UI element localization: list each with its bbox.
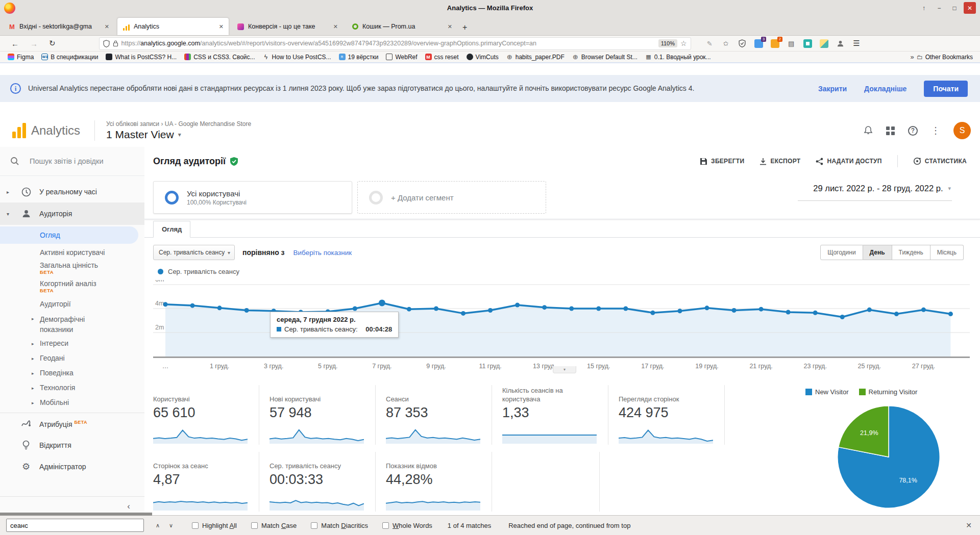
sidebar-item-behavior[interactable]: ▸Поведінка [32,369,144,377]
save-button[interactable]: ЗБЕРЕГТИ [700,158,744,165]
metric-pages-per-session[interactable]: Сторінок за сеанс 4,87 [153,452,259,512]
metric-bounce-rate[interactable]: Показник відмов 44,28% [376,452,492,512]
highlight-all-option[interactable]: Highlight All [192,522,237,529]
sidebar-item-geo[interactable]: ▸Геодані [32,354,144,362]
sidebar-search[interactable] [0,147,144,176]
sidebar-item-audience[interactable]: ▾ Аудиторія [0,202,144,225]
picture-extension-icon[interactable] [820,39,828,48]
account-icon[interactable] [836,39,845,48]
checkbox[interactable] [382,522,389,529]
view-selector[interactable]: 1 Master View▾ [106,129,251,141]
tracking-shield-icon[interactable] [103,40,110,47]
bookmark-habits-paper[interactable]: habits_paper.PDF [506,54,565,61]
sidebar-item-cohort-analysis[interactable]: Когортний аналізБЕТА [40,279,144,293]
card-extension-icon[interactable]: ▤ [787,39,796,48]
tab-close-icon[interactable]: ✕ [333,23,338,30]
minimize-button[interactable]: − [933,2,945,14]
sidebar-item-interests[interactable]: ▸Інтереси [32,339,144,347]
granularity-week[interactable]: Тиждень [892,245,930,260]
sidebar-item-mobile[interactable]: ▸Мобільні [32,398,144,406]
export-button[interactable]: ЕКСПОРТ [760,158,800,165]
segment-all-users[interactable]: Усі користувачі 100,00% Користувачі [153,181,352,214]
ghost-extension-icon[interactable]: 3 [754,39,763,48]
sidebar-item-admin[interactable]: ⚙ Адміністратор [0,456,144,477]
sidebar-item-demographics[interactable]: ▸Демографічні показники [32,314,144,335]
help-icon[interactable]: ? [908,126,918,136]
tab-gmail[interactable]: M Вхідні - sektorlikga@gma ✕ [3,18,114,35]
sidebar-item-technology[interactable]: ▸Технологія [32,384,144,392]
share-button[interactable]: НАДАТИ ДОСТУП [816,158,881,165]
new-tab-button[interactable]: + [462,23,467,35]
granularity-month[interactable]: Місяць [930,245,964,260]
bookmark-vimcuts[interactable]: VimCuts [467,54,499,61]
sidebar-item-realtime[interactable]: ▸ У реальному часі [0,181,144,202]
banner-close-link[interactable]: Закрити [818,85,847,93]
apps-grid-icon[interactable] [886,126,895,135]
sidebar-item-active-users[interactable]: Активні користувачі [40,245,111,260]
bookmark-verstki[interactable]: 19 вёрстки [339,54,379,61]
menu-icon[interactable]: ☰ [852,39,861,48]
insights-button[interactable]: СТАТИСТИКА [913,157,967,165]
metric-users[interactable]: Користувачі 65 610 [153,385,259,445]
chart-collapse-handle[interactable]: ▾ [553,366,576,373]
checkbox[interactable] [311,522,317,529]
close-window-button[interactable]: ✕ [964,2,976,14]
breadcrumb[interactable]: Усі облікові записи › UA - Google Mercha… [106,120,251,128]
tab-close-icon[interactable]: ✕ [105,23,109,30]
tab-conversion[interactable]: Конверсія - що це таке ✕ [232,18,343,35]
match-case-option[interactable]: Match Case [251,522,297,529]
bookmark-webref[interactable]: WebRef [386,54,417,61]
tab-prom[interactable]: Кошик — Prom.ua ✕ [346,18,457,35]
metric-sessions[interactable]: Сеанси 87 353 [376,385,492,445]
metric-pageviews[interactable]: Перегляди сторінок 424 975 [608,385,725,445]
bookmark-intro-lesson[interactable]: 0.1. Вводный урок... [645,54,711,61]
bookmark-howto-postcss[interactable]: How to Use PostCS... [263,54,331,61]
banner-learn-more-link[interactable]: Докладніше [864,85,906,93]
metric-sessions-per-user[interactable]: Кількість сеансів на користувача 1,33 [492,385,608,445]
save-extension-icon[interactable] [803,39,812,48]
bookmark-postcss[interactable]: What is PostCSS? H... [106,54,177,61]
bookmark-star-icon[interactable]: ☆ [680,39,687,47]
bookmark-css-reset[interactable]: css reset [425,54,459,61]
horizontal-scrollbar[interactable] [0,513,152,516]
checkbox[interactable] [251,522,258,529]
tab-close-icon[interactable]: ✕ [448,23,452,30]
bookmark-css[interactable]: CSS и CSS3. Свойс... [184,54,255,61]
url-text[interactable]: https://analytics.google.com/analytics/w… [121,40,655,47]
zoom-level-badge[interactable]: 110% [658,39,677,47]
sidebar-item-attribution[interactable]: Атрибуція БЕТА [0,413,144,435]
metric-avg-session-duration[interactable]: Сер. тривалість сеансу 00:03:33 [259,452,376,512]
granularity-hourly[interactable]: Щогодини [820,245,863,260]
metric-select[interactable]: Сер. тривалість сеансу ▾ [153,245,235,260]
notifications-bell-icon[interactable] [864,125,873,136]
date-range-selector[interactable]: 29 лист. 2022 р. - 28 груд. 2022 р. ▾ [798,184,952,201]
sidebar-item-lifetime-value[interactable]: Загальна цінністьБЕТА [40,261,144,275]
keep-on-top-icon[interactable]: ↑ [918,2,930,14]
search-input[interactable] [30,157,124,165]
account-avatar[interactable]: S [953,122,971,139]
find-input[interactable] [6,519,144,532]
match-diacritics-option[interactable]: Match Diacritics [311,522,368,529]
forward-button[interactable]: → [30,39,38,48]
maximize-button[interactable]: □ [948,2,961,14]
visitor-type-pie-chart[interactable]: 78,1%21,9% [835,403,943,511]
more-vertical-icon[interactable]: ⋮ [931,125,940,136]
find-close-button[interactable]: ✕ [966,521,972,529]
checkbox[interactable] [192,522,199,529]
bookmark-w3-spec[interactable]: В спецификации [41,54,98,61]
shield-extension-icon[interactable] [738,39,747,48]
bookmark-figma[interactable]: Figma [8,54,34,61]
bookmarks-overflow-button[interactable]: » [910,53,914,61]
granularity-day[interactable]: День [863,245,892,260]
sidebar-item-overview[interactable]: Огляд [0,226,138,244]
tab-close-icon[interactable]: ✕ [219,23,224,30]
find-next-button[interactable]: ∨ [164,522,178,529]
back-button[interactable]: ← [11,39,19,48]
bookmark-browser-default[interactable]: Browser Default St... [572,54,638,61]
pen-extension-icon[interactable]: 2 [771,39,779,48]
choose-metric-link[interactable]: Виберіть показник [293,249,352,257]
edit-icon[interactable]: ✎ [705,39,714,48]
reload-button[interactable]: ↻ [49,39,56,48]
other-bookmarks-button[interactable]: 🗀Other Bookmarks [917,54,973,61]
whole-words-option[interactable]: Whole Words [382,522,432,529]
